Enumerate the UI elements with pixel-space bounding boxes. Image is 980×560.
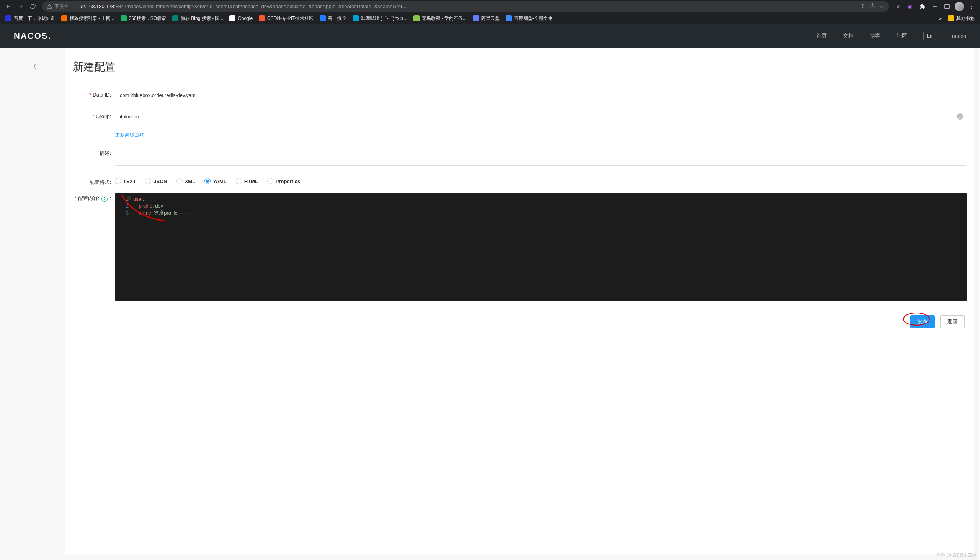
- url-host: 192.168.180.128: [76, 3, 114, 9]
- bookmark-item[interactable]: 稀土掘金: [317, 14, 349, 23]
- nav-item[interactable]: 首页: [816, 33, 827, 40]
- nacos-header: NACOS. 首页文档博客社区Ennacos: [0, 24, 980, 48]
- extensions-icon[interactable]: [917, 1, 928, 12]
- advanced-options-link[interactable]: 更多高级选项: [115, 132, 145, 138]
- user-menu[interactable]: nacos: [952, 33, 966, 39]
- label-format: 配置格式:: [73, 175, 111, 186]
- row-content: *配置内容: ? : − 123 user: profile: dev name…: [73, 193, 980, 301]
- reading-list-icon[interactable]: [930, 1, 940, 12]
- radio-json[interactable]: JSON: [145, 178, 167, 184]
- publish-button[interactable]: 发布: [910, 315, 935, 328]
- nav-item[interactable]: 博客: [870, 33, 880, 40]
- nacos-nav: 首页文档博客社区Ennacos: [816, 32, 966, 40]
- bookmark-item[interactable]: 360搜索，SO靠谱: [118, 14, 168, 23]
- forward-icon[interactable]: [15, 1, 26, 12]
- row-desc: 描述:: [73, 146, 980, 167]
- bookmark-item[interactable]: 阿里云盘: [470, 14, 502, 23]
- nacos-logo[interactable]: NACOS.: [14, 31, 51, 41]
- collapse-chevron-icon[interactable]: 〈: [28, 60, 38, 73]
- clear-icon[interactable]: ✕: [957, 113, 963, 120]
- v-icon[interactable]: V: [893, 1, 904, 12]
- menu-icon[interactable]: ⋮: [966, 1, 977, 12]
- footer-buttons: 发布 返回: [73, 308, 980, 335]
- bookmark-item[interactable]: 搜狗搜索引擎 - 上网...: [59, 14, 117, 23]
- reload-icon[interactable]: [28, 1, 38, 12]
- radio-html[interactable]: HTML: [236, 178, 258, 184]
- editor-gutter: − 123: [115, 193, 132, 301]
- label-group: *Group:: [73, 110, 111, 119]
- bookmark-item[interactable]: 百度网盘-全部文件: [503, 14, 555, 23]
- star-icon[interactable]: ☆: [880, 3, 884, 9]
- radio-yaml[interactable]: YAML: [204, 178, 227, 184]
- extension-icon-1[interactable]: ◉: [905, 1, 916, 12]
- content-area: 新建配置 *Data ID: *Group: ✕ 更多高级选项 描述: 配置格式…: [65, 48, 980, 560]
- radio-properties[interactable]: Properties: [267, 178, 300, 184]
- share-icon[interactable]: [870, 3, 875, 10]
- url-path: :8847/nacos/index.html#/newconfig?server…: [114, 3, 408, 9]
- back-icon[interactable]: [3, 1, 14, 12]
- watermark: CSDN @程序员小杰@: [933, 552, 976, 558]
- page-title: 新建配置: [73, 60, 980, 74]
- scrollbar-vertical[interactable]: [974, 48, 979, 560]
- row-group: *Group: ✕: [73, 110, 980, 123]
- scrollbar-horizontal[interactable]: [65, 555, 975, 560]
- help-icon[interactable]: ?: [101, 196, 108, 202]
- url-bar[interactable]: 不安全 | 192.168.180.128:8847/nacos/index.h…: [42, 1, 889, 12]
- bookmarks-more[interactable]: »: [939, 16, 942, 21]
- input-group[interactable]: [115, 110, 967, 123]
- translate-icon[interactable]: ⠿: [861, 3, 865, 9]
- nav-item[interactable]: 文档: [843, 33, 854, 40]
- format-radio-group: TEXTJSONXMLYAMLHTMLProperties: [115, 175, 967, 184]
- input-data-id[interactable]: [115, 88, 967, 102]
- input-desc[interactable]: [115, 146, 967, 166]
- fold-icon[interactable]: −: [127, 196, 131, 200]
- lang-button[interactable]: En: [924, 32, 936, 40]
- bookmark-item[interactable]: 菜鸟教程 - 学的不仅...: [411, 14, 469, 23]
- bookmarks-bar: 百度一下，你就知道搜狗搜索引擎 - 上网...360搜索，SO靠谱微软 Bing…: [0, 13, 980, 24]
- profile-avatar[interactable]: [954, 1, 965, 12]
- bookmark-item[interactable]: 百度一下，你就知道: [3, 14, 57, 23]
- other-bookmarks[interactable]: 其他书签: [945, 14, 977, 23]
- label-desc: 描述:: [73, 146, 111, 157]
- bookmark-item[interactable]: 哔哩哔哩 (゜-゜)つロ...: [350, 14, 410, 23]
- radio-text[interactable]: TEXT: [115, 178, 136, 184]
- insecure-badge: 不安全: [47, 3, 69, 10]
- row-data-id: *Data ID:: [73, 88, 980, 102]
- browser-chrome: 不安全 | 192.168.180.128:8847/nacos/index.h…: [0, 0, 980, 24]
- code-editor[interactable]: − 123 user: profile: dev name: 徐庶profile…: [115, 193, 967, 301]
- nav-item[interactable]: 社区: [897, 33, 907, 40]
- label-data-id: *Data ID:: [73, 88, 111, 98]
- svg-rect-3: [945, 4, 949, 9]
- browser-nav-bar: 不安全 | 192.168.180.128:8847/nacos/index.h…: [0, 0, 980, 13]
- bookmark-item[interactable]: Google: [227, 14, 255, 23]
- back-button[interactable]: 返回: [940, 315, 965, 328]
- side-panel: 〈: [0, 48, 65, 560]
- panel-icon[interactable]: [942, 1, 952, 12]
- app-body: 〈 新建配置 *Data ID: *Group: ✕ 更多高级选项 描述: 配置…: [0, 48, 980, 560]
- bookmark-item[interactable]: CSDN-专业IT技术社区: [256, 14, 316, 23]
- row-format: 配置格式: TEXTJSONXMLYAMLHTMLProperties: [73, 175, 980, 186]
- radio-xml[interactable]: XML: [176, 178, 195, 184]
- label-content: *配置内容: ? :: [73, 193, 111, 202]
- bookmark-item[interactable]: 微软 Bing 搜索 - 国...: [170, 14, 226, 23]
- editor-body[interactable]: user: profile: dev name: 徐庶profile------…: [132, 193, 967, 301]
